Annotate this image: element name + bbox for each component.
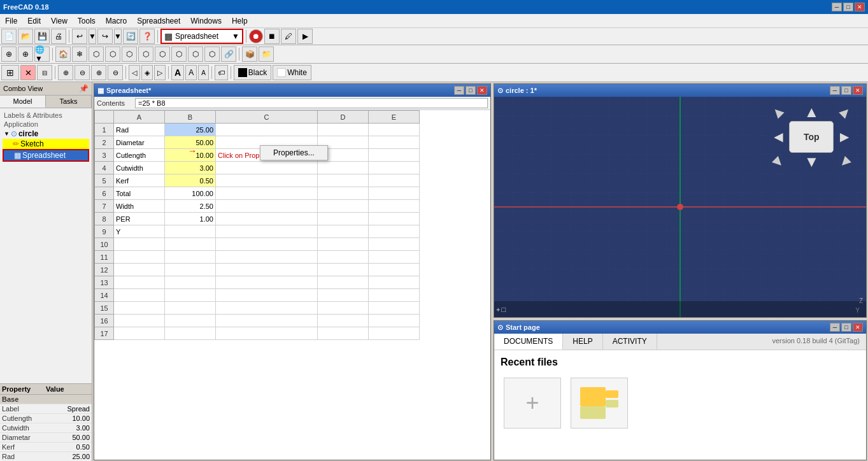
print-button[interactable]: 🖨 [51, 29, 66, 44]
col-header-d[interactable]: D [318, 111, 369, 124]
start-minimize-btn[interactable]: ─ [830, 323, 840, 332]
menu-help[interactable]: Help [227, 15, 253, 27]
record-button[interactable]: ⏺ [249, 29, 263, 43]
view-button-5[interactable]: ⬡ [155, 46, 170, 62]
cell-c7[interactable] [216, 200, 318, 213]
small-font-button[interactable]: A [198, 65, 209, 80]
cell-d8[interactable] [318, 213, 369, 225]
menu-spreadsheet[interactable]: Spreadsheet [132, 15, 185, 27]
menu-windows[interactable]: Windows [185, 15, 227, 27]
open-button[interactable]: 📂 [18, 29, 33, 44]
draw-style-dropdown[interactable]: 🌐▼ [34, 46, 50, 62]
add-row-button[interactable]: ⊕ [58, 65, 73, 80]
white-color-button[interactable]: White [273, 65, 311, 80]
split-cells-button[interactable]: ⊟ [37, 65, 52, 80]
tab-documents[interactable]: DOCUMENTS [494, 334, 563, 350]
circle-restore-btn[interactable]: □ [841, 86, 851, 95]
col-header-b[interactable]: B [165, 111, 216, 124]
view-button-6[interactable]: ⬡ [171, 46, 187, 62]
cell-a2[interactable]: Diametar [114, 136, 165, 149]
tree-spreadsheet[interactable]: ▦ Spreadsheet [3, 149, 89, 162]
tab-activity[interactable]: ACTIVITY [603, 334, 657, 350]
view-button-2[interactable]: ⬡ [105, 46, 120, 62]
col-header-e[interactable]: E [369, 111, 420, 124]
cell-e2[interactable] [369, 136, 420, 149]
save-button[interactable]: 💾 [34, 29, 50, 44]
tab-help[interactable]: HELP [563, 334, 602, 350]
delete-content-button[interactable]: ✕ [20, 65, 36, 80]
start-close-btn[interactable]: ✕ [853, 323, 863, 332]
redo-button[interactable]: ↪ [97, 29, 113, 44]
part-create-button[interactable]: 📁 [259, 46, 274, 62]
refresh-button[interactable]: 🔄 [123, 29, 138, 44]
cell-b7[interactable]: 2.50 [165, 200, 216, 213]
sync-view-button[interactable]: 🔗 [221, 46, 236, 62]
cell-c5[interactable] [216, 174, 318, 187]
cell-d9[interactable] [318, 225, 369, 238]
cell-e3[interactable] [369, 149, 420, 162]
zoom-selection-button[interactable]: ⊕ [18, 46, 33, 62]
part-open-button[interactable]: 📦 [242, 46, 257, 62]
cell-b8[interactable]: 1.00 [165, 213, 216, 225]
cell-e8[interactable] [369, 213, 420, 225]
recent-file-1[interactable] [571, 378, 628, 429]
freeze-view-button[interactable]: ❄ [72, 46, 87, 62]
tab-model[interactable]: Model [0, 96, 46, 108]
cell-b3[interactable]: 10.00 [165, 149, 216, 162]
3d-btn-2[interactable]: □ [501, 306, 506, 313]
circle-close-btn[interactable]: ✕ [853, 86, 863, 95]
cell-b9[interactable] [165, 225, 216, 238]
cell-d5[interactable] [318, 174, 369, 187]
view-button-8[interactable]: ⬡ [204, 46, 220, 62]
cell-b2[interactable]: 50.00 [165, 136, 216, 149]
zoom-all-button[interactable]: ⊕ [1, 46, 17, 62]
cell-c8[interactable] [216, 213, 318, 225]
properties-menu-item[interactable]: Properties... [260, 146, 327, 160]
3d-viewport[interactable]: ▲ ▲ ▲ ◄ Top ► ▼ ▼ ▼ [494, 97, 866, 317]
workbench-dropdown[interactable]: ▦ Spreadsheet ▼ [160, 29, 243, 44]
cell-e4[interactable] [369, 162, 420, 174]
ss-close-btn[interactable]: ✕ [477, 86, 487, 95]
undo-dropdown[interactable]: ▼ [89, 29, 96, 44]
black-color-button[interactable]: Black [234, 65, 271, 80]
cell-a10[interactable] [114, 238, 165, 251]
view-button-4[interactable]: ⬡ [138, 46, 153, 62]
cell-c6[interactable] [216, 187, 318, 200]
tab-tasks[interactable]: Tasks [46, 96, 92, 108]
add-col-button[interactable]: ⊕ [91, 65, 106, 80]
cell-d4[interactable] [318, 162, 369, 174]
cell-e7[interactable] [369, 200, 420, 213]
3d-btn-1[interactable]: + [496, 306, 500, 313]
minimize-button[interactable]: ─ [832, 3, 842, 11]
cell-b4[interactable]: 3.00 [165, 162, 216, 174]
pin-icon[interactable]: 📌 [79, 84, 89, 93]
cell-e6[interactable] [369, 187, 420, 200]
cell-e1[interactable] [369, 124, 420, 136]
cell-d7[interactable] [318, 200, 369, 213]
run-button[interactable]: 🖊 [281, 29, 296, 44]
menu-edit[interactable]: Edit [22, 15, 46, 27]
formula-value[interactable]: =25 * B8 [135, 98, 488, 108]
view-button-3[interactable]: ⬡ [122, 46, 137, 62]
align-left-button[interactable]: ◁ [129, 65, 140, 80]
redo-dropdown[interactable]: ▼ [114, 29, 122, 44]
undo-button[interactable]: ↩ [72, 29, 87, 44]
col-header-a[interactable]: A [114, 111, 165, 124]
play-button[interactable]: ▶ [297, 29, 313, 44]
cell-a7[interactable]: Width [114, 200, 165, 213]
cell-b6[interactable]: 100.00 [165, 187, 216, 200]
start-restore-btn[interactable]: □ [841, 323, 851, 332]
view-cube[interactable]: Top [789, 121, 834, 153]
ss-restore-btn[interactable]: □ [466, 86, 476, 95]
ss-minimize-btn[interactable]: ─ [454, 86, 464, 95]
home-view-button[interactable]: 🏠 [55, 46, 71, 62]
bold-button[interactable]: A [171, 65, 184, 80]
cell-c1[interactable] [216, 124, 318, 136]
close-button[interactable]: ✕ [855, 3, 865, 11]
menu-file[interactable]: File [0, 15, 22, 27]
spreadsheet-grid[interactable]: A B C D E 1 Rad 25.00 [94, 110, 490, 460]
cell-a4[interactable]: Cutwidth [114, 162, 165, 174]
cell-c4[interactable] [216, 162, 318, 174]
cell-d1[interactable] [318, 124, 369, 136]
remove-col-button[interactable]: ⊖ [108, 65, 123, 80]
